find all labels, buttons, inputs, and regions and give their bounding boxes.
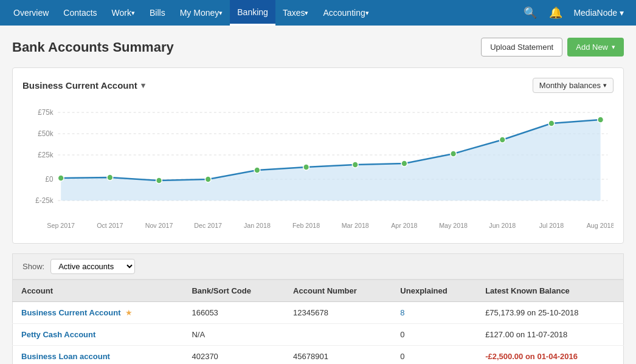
search-icon[interactable]: 🔍 — [519, 0, 542, 26]
page-title: Bank Accounts Summary — [12, 39, 174, 55]
account-number-cell: 45678901 — [285, 346, 392, 365]
nav-bills[interactable]: Bills — [142, 0, 173, 26]
accounts-table: Account Bank/Sort Code Account Number Un… — [12, 280, 624, 364]
chart-filter-arrow-icon: ▾ — [603, 81, 607, 89]
nav-accounting[interactable]: Accounting — [316, 0, 376, 26]
header-buttons: Upload Statement Add New ▾ — [481, 38, 624, 57]
nav-contacts[interactable]: Contacts — [56, 0, 104, 26]
svg-point-16 — [303, 164, 309, 170]
balance-chart: £75k £50k £25k £0 £-25k — [22, 100, 614, 234]
negative-balance: -£2,500.00 on 01-04-2016 — [485, 352, 578, 361]
sort-code-cell: N/A — [183, 324, 285, 346]
balance-cell: -£2,500.00 on 01-04-2016 — [477, 346, 623, 365]
svg-point-13 — [156, 177, 162, 184]
svg-text:Nov 2017: Nov 2017 — [145, 222, 173, 229]
add-new-label: Add New — [576, 43, 608, 52]
account-link-pca[interactable]: Petty Cash Account — [21, 330, 95, 339]
nav-work[interactable]: Work — [105, 0, 142, 26]
svg-point-15 — [254, 167, 260, 173]
svg-point-19 — [451, 151, 457, 157]
col-sort-code: Bank/Sort Code — [183, 280, 285, 302]
nav-taxes[interactable]: Taxes — [275, 0, 316, 26]
svg-text:£50k: £50k — [38, 129, 53, 138]
page-header: Bank Accounts Summary Upload Statement A… — [12, 38, 624, 57]
account-name-cell: Business Loan account — [13, 346, 184, 365]
chart-area: £75k £50k £25k £0 £-25k — [22, 100, 614, 236]
chart-header: Business Current Account ▾ Monthly balan… — [22, 78, 614, 93]
col-balance: Latest Known Balance — [477, 280, 623, 302]
star-icon: ★ — [125, 308, 133, 317]
account-number-cell: 12345678 — [285, 302, 392, 324]
unexplained-link-bca[interactable]: 8 — [400, 308, 404, 317]
unexplained-cell: 0 — [392, 324, 477, 346]
account-name-cell: Petty Cash Account — [13, 324, 184, 346]
chart-title-button[interactable]: Business Current Account ▾ — [22, 80, 145, 91]
unexplained-cell: 0 — [392, 346, 477, 365]
account-number-cell — [285, 324, 392, 346]
show-label: Show: — [22, 262, 44, 271]
svg-text:Jun 2018: Jun 2018 — [489, 222, 516, 229]
navbar: Overview Contacts Work Bills My Money Ba… — [0, 0, 636, 26]
account-link-bla[interactable]: Business Loan account — [21, 352, 110, 361]
table-head: Account Bank/Sort Code Account Number Un… — [13, 280, 624, 302]
svg-text:£-25k: £-25k — [35, 196, 53, 205]
show-bar: Show: Active accounts All accounts Inact… — [12, 253, 624, 280]
col-unexplained: Unexplained — [392, 280, 477, 302]
nav-icons: 🔍 🔔 — [519, 0, 567, 26]
add-new-arrow-icon: ▾ — [612, 43, 615, 51]
nav-banking[interactable]: Banking — [230, 0, 275, 26]
svg-text:Oct 2017: Oct 2017 — [97, 222, 123, 229]
svg-point-21 — [548, 120, 555, 126]
svg-point-11 — [58, 175, 64, 181]
table-row: Business Current Account ★ 166053 123456… — [13, 302, 624, 324]
chart-account-label: Business Current Account — [22, 80, 137, 91]
col-account-number: Account Number — [285, 280, 392, 302]
svg-text:£0: £0 — [46, 175, 54, 184]
unexplained-cell: 8 — [392, 302, 477, 324]
svg-text:Jul 2018: Jul 2018 — [539, 222, 564, 229]
add-new-button[interactable]: Add New ▾ — [567, 38, 624, 57]
balance-cell: £127.00 on 11-07-2018 — [477, 324, 623, 346]
table-row: Business Loan account 402370 45678901 0 … — [13, 346, 624, 365]
chart-filter-label: Monthly balances — [539, 81, 601, 90]
account-link-bca[interactable]: Business Current Account — [21, 308, 121, 317]
col-account: Account — [13, 280, 184, 302]
svg-point-22 — [598, 117, 604, 123]
chart-filter-button[interactable]: Monthly balances ▾ — [533, 78, 614, 93]
nav-mymoney[interactable]: My Money — [173, 0, 230, 26]
sort-code-cell: 402370 — [183, 346, 285, 365]
svg-text:Jan 2018: Jan 2018 — [244, 222, 271, 229]
svg-text:Mar 2018: Mar 2018 — [342, 222, 369, 229]
svg-text:Dec 2017: Dec 2017 — [194, 222, 222, 229]
svg-point-12 — [107, 174, 113, 180]
account-name-cell: Business Current Account ★ — [13, 302, 184, 324]
svg-point-17 — [352, 162, 358, 168]
svg-point-18 — [401, 160, 407, 167]
active-accounts-select[interactable]: Active accounts All accounts Inactive ac… — [50, 259, 135, 274]
table-row: Petty Cash Account N/A 0 £127.00 on 11-0… — [13, 324, 624, 346]
svg-text:Apr 2018: Apr 2018 — [391, 222, 417, 229]
svg-text:May 2018: May 2018 — [439, 222, 468, 229]
table-body: Business Current Account ★ 166053 123456… — [13, 302, 624, 365]
svg-text:Aug 2018: Aug 2018 — [587, 222, 614, 229]
user-label: MediaNode — [573, 8, 617, 18]
svg-text:Feb 2018: Feb 2018 — [292, 222, 320, 229]
svg-text:Sep 2017: Sep 2017 — [47, 222, 75, 229]
upload-statement-button[interactable]: Upload Statement — [481, 38, 562, 57]
balance-cell: £75,173.99 on 25-10-2018 — [477, 302, 623, 324]
page-content: Bank Accounts Summary Upload Statement A… — [0, 26, 636, 364]
bell-icon[interactable]: 🔔 — [544, 0, 567, 26]
svg-text:£75k: £75k — [38, 108, 53, 117]
nav-overview[interactable]: Overview — [6, 0, 56, 26]
svg-point-14 — [205, 176, 211, 182]
svg-marker-10 — [61, 120, 600, 201]
table-header-row: Account Bank/Sort Code Account Number Un… — [13, 280, 624, 302]
user-menu[interactable]: MediaNode ▾ — [567, 0, 630, 26]
svg-point-20 — [499, 137, 505, 143]
user-chevron-icon: ▾ — [620, 8, 624, 18]
sort-code-cell: 166053 — [183, 302, 285, 324]
chart-card: Business Current Account ▾ Monthly balan… — [12, 67, 624, 244]
svg-text:£25k: £25k — [38, 151, 53, 159]
chart-title-chevron-icon: ▾ — [141, 81, 145, 90]
